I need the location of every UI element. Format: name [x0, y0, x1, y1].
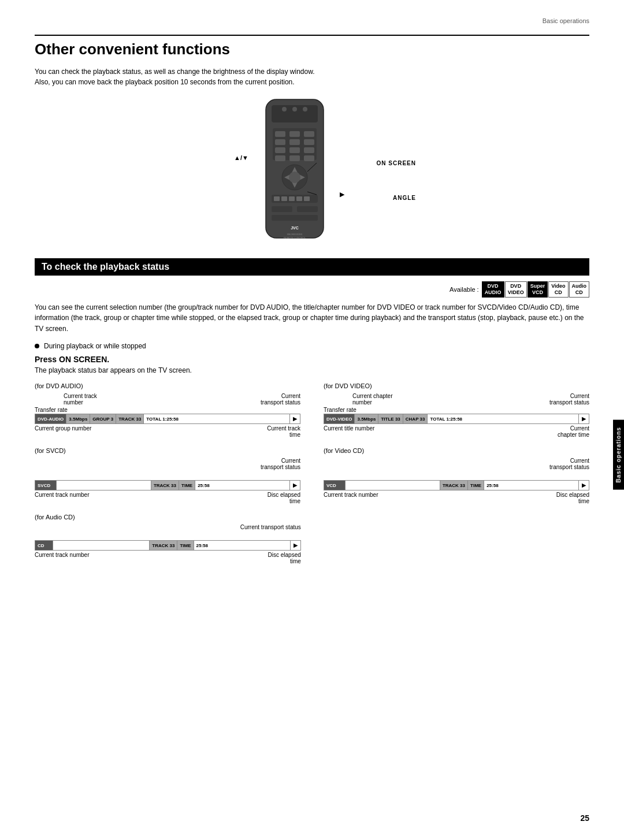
status-section-mid: (for SVCD) Currenttransport status SVCD … [35, 447, 589, 504]
right-arrow-label: ▶ [340, 191, 344, 198]
svg-rect-7 [289, 131, 300, 137]
bar-type-label: DVD-VIDEO [324, 414, 354, 423]
bullet-point: During playback or while stopped [35, 342, 589, 350]
press-instruction: Press ON SCREEN. [35, 355, 589, 364]
bar-type-label: DVD-AUDIO [35, 414, 66, 423]
svg-rect-15 [275, 155, 285, 161]
svg-rect-17 [304, 155, 314, 161]
section-title-bar: To check the playback status [35, 258, 589, 276]
bullet-label: During playback or while stopped [44, 342, 146, 350]
remote-illustration: ▲/▼ ▶ ON SCREEN ANGLE [35, 96, 589, 247]
dvd-audio-bar: DVD-AUDIO 3.5Mbps GROUP 3 TRACK 33 TOTAL… [35, 414, 300, 424]
svg-rect-29 [304, 196, 310, 201]
svg-rect-11 [304, 139, 314, 145]
top-rule [35, 35, 589, 36]
svg-rect-10 [289, 139, 300, 145]
body-text: You can see the current selection number… [35, 302, 589, 334]
svg-rect-14 [304, 147, 314, 153]
svg-point-3 [292, 107, 297, 111]
svg-rect-27 [289, 196, 295, 201]
svg-rect-30 [272, 206, 292, 212]
vcd-col: (for Video CD) Currenttransport status V… [324, 447, 589, 504]
intro-text: You can check the playback status, as we… [35, 66, 589, 87]
bullet-dot [35, 344, 39, 348]
svg-rect-32 [272, 215, 318, 221]
badge-dvd-audio: DVDAUDIO [482, 281, 504, 298]
svg-rect-31 [297, 206, 318, 212]
svg-point-4 [303, 107, 307, 111]
svcd-label: (for SVCD) [35, 447, 300, 454]
badge-audio-cd: AudioCD [569, 281, 590, 298]
page-number: 25 [580, 813, 589, 823]
svg-text:XM-XK6101SX: XM-XK6101SX [287, 233, 303, 236]
side-tab: Basic operations [613, 420, 624, 490]
dvd-video-col: (for DVD VIDEO) Current chapternumber Cu… [324, 382, 589, 438]
svg-text:JVC: JVC [291, 226, 299, 230]
available-label: Available : [450, 286, 479, 293]
cd-label: (for Audio CD) [35, 514, 301, 521]
status-section-cd: (for Audio CD) Current transport status … [35, 514, 589, 564]
svg-rect-16 [289, 155, 300, 161]
section-label: Basic operations [543, 17, 589, 24]
section-title-text: To check the playback status [42, 262, 169, 272]
svg-rect-28 [296, 196, 302, 201]
badge-super-vcd: SuperVCD [528, 281, 548, 298]
dvd-audio-label: (for DVD AUDIO) [35, 382, 300, 389]
svg-rect-13 [289, 147, 300, 153]
angle-label: ANGLE [393, 195, 416, 201]
available-row: Available : DVDAUDIO DVDVIDEO SuperVCD V… [35, 281, 589, 298]
badge-dvd-video: DVDVIDEO [505, 281, 527, 298]
svg-point-2 [282, 107, 287, 111]
cd-bar: CD TRACK 33 TIME 25:58 ▶ [35, 540, 301, 551]
updown-arrow-label: ▲/▼ [234, 154, 248, 161]
svcd-bar: SVCD TRACK 33 TIME 25:58 ▶ [35, 480, 300, 490]
dvd-video-label: (for DVD VIDEO) [324, 382, 589, 389]
dvd-audio-col: (for DVD AUDIO) Current tracknumber Curr… [35, 382, 300, 438]
section-text: Basic operations [543, 17, 589, 24]
svg-text:REMOTE CONTROL: REMOTE CONTROL [284, 236, 306, 239]
instruction-sub: The playback status bar appears on the T… [35, 366, 589, 374]
svg-point-23 [289, 172, 300, 183]
svg-rect-26 [281, 196, 287, 201]
svg-rect-12 [275, 147, 285, 153]
on-screen-label: ON SCREEN [377, 160, 416, 166]
bar-type-label: VCD [324, 481, 345, 490]
remote-svg: JVC XM-XK6101SX REMOTE CONTROL [254, 96, 335, 247]
svg-rect-8 [304, 131, 314, 137]
bar-type-label: SVCD [35, 481, 56, 490]
vcd-bar: VCD TRACK 33 TIME 25:58 ▶ [324, 480, 589, 490]
svcd-col: (for SVCD) Currenttransport status SVCD … [35, 447, 300, 504]
vcd-label: (for Video CD) [324, 447, 589, 454]
status-section-top: (for DVD AUDIO) Current tracknumber Curr… [35, 382, 589, 438]
svg-rect-9 [275, 139, 285, 145]
badge-video-cd: VideoCD [548, 281, 568, 298]
svg-rect-25 [274, 196, 280, 201]
page-title: Other convenient functions [35, 40, 589, 58]
dvd-video-bar: DVD-VIDEO 3.5Mbps TITLE 33 CHAP 33 TOTAL… [324, 414, 589, 424]
svg-rect-6 [275, 131, 285, 137]
bar-type-label: CD [35, 541, 53, 550]
cd-col: (for Audio CD) Current transport status … [35, 514, 301, 564]
